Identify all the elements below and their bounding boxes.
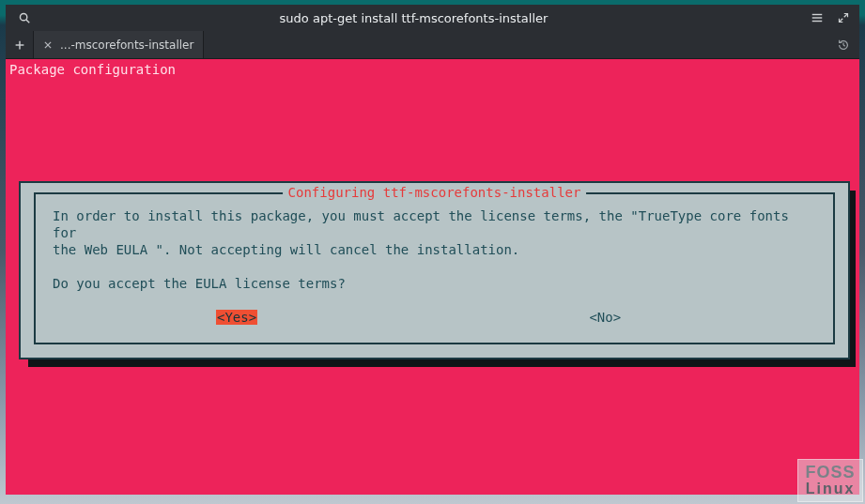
svg-line-12 [843,45,845,46]
tab-bar: ...-mscorefonts-installer [6,31,859,59]
tab-label: ...-mscorefonts-installer [60,38,193,52]
no-button[interactable]: <No> [589,310,621,325]
yes-button[interactable]: <Yes> [216,310,257,325]
dialog-text-line: the Web EULA ". Not accepting will cance… [53,241,820,258]
tab-active[interactable]: ...-mscorefonts-installer [34,31,204,58]
terminal-viewport[interactable]: Package configuration Configuring ttf-ms… [6,59,859,495]
dialog-question: Do you accept the EULA license terms? [53,275,820,292]
terminal-window: sudo apt-get install ttf-mscorefonts-ins… [6,5,859,495]
watermark-logo: FOSS Linux [797,459,863,502]
maximize-icon[interactable] [837,11,850,24]
package-configuration-label: Package configuration [9,61,856,78]
watermark-line1: FOSS [805,464,855,481]
svg-line-1 [26,20,29,23]
close-tab-icon[interactable] [43,40,53,50]
history-icon[interactable] [827,31,859,58]
new-tab-button[interactable] [6,31,34,58]
window-title: sudo apt-get install ttf-mscorefonts-ins… [43,11,784,25]
window-titlebar: sudo apt-get install ttf-mscorefonts-ins… [6,5,859,31]
svg-point-0 [20,13,26,20]
tui-dialog: Configuring ttf-mscorefonts-installer In… [19,181,850,359]
watermark-line2: Linux [806,481,856,497]
dialog-text-line: In order to install this package, you mu… [53,207,820,241]
search-icon[interactable] [18,11,31,24]
dialog-body: In order to install this package, you mu… [53,207,820,292]
blank-line [53,258,820,275]
dialog-title: Configuring ttf-mscorefonts-installer [283,184,587,201]
menu-icon[interactable] [811,11,824,24]
